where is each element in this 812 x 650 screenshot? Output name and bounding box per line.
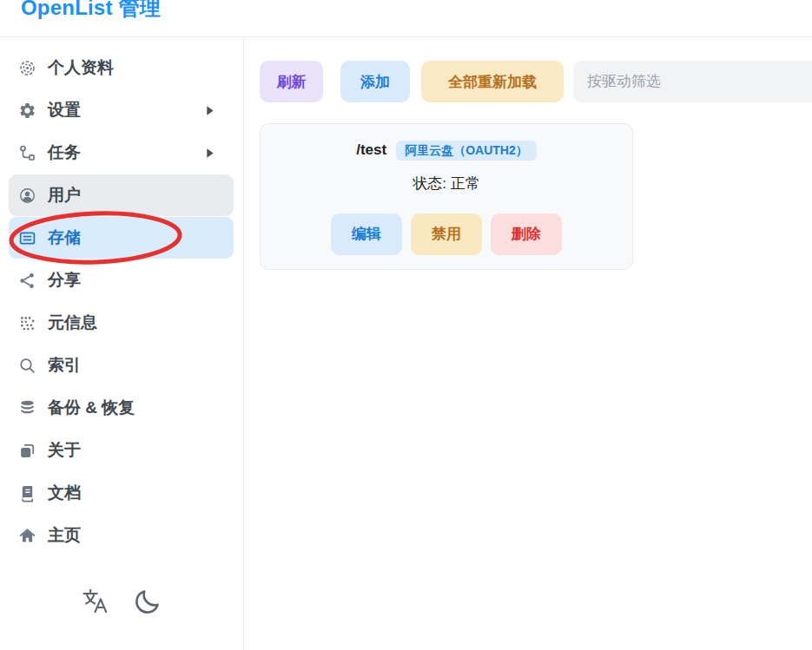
home-icon (17, 526, 37, 546)
search-icon (17, 356, 37, 376)
add-button[interactable]: 添加 (340, 61, 410, 102)
storage-card: /test 阿里云盘（OAUTH2） 状态: 正常 编辑 禁用 删除 (260, 123, 633, 270)
about-icon (17, 441, 37, 461)
mount-path: /test (356, 141, 386, 159)
storage-card-header: /test 阿里云盘（OAUTH2） (269, 141, 624, 161)
sidebar-item-label: 文档 (48, 482, 81, 504)
chevron-right-icon[interactable] (201, 145, 218, 161)
header: OpenList 管理 (0, 0, 812, 37)
storage-toolbar: 刷新 添加 全部重新加载 (260, 61, 812, 102)
share-icon (17, 271, 37, 291)
storage-icon (17, 228, 37, 248)
sidebar-item-label: 备份 & 恢复 (48, 397, 135, 419)
page-title: OpenList 管理 (21, 0, 161, 22)
sidebar-item-tasks[interactable]: 任务 (9, 132, 234, 174)
disable-button[interactable]: 禁用 (411, 213, 482, 255)
driver-badge: 阿里云盘（OAUTH2） (396, 141, 537, 161)
sidebar-item-label: 分享 (48, 269, 81, 292)
sidebar: 个人资料 设置 任务 (0, 37, 244, 650)
sidebar-item-metadata[interactable]: 元信息 (9, 302, 234, 344)
openlist-admin-page: OpenList 管理 个人资料 设置 (0, 0, 812, 650)
status-text: 状态: 正常 (269, 174, 624, 194)
storage-card-actions: 编辑 禁用 删除 (269, 213, 624, 255)
sidebar-item-settings[interactable]: 设置 (9, 89, 234, 131)
docs-icon (17, 483, 37, 503)
sidebar-item-users[interactable]: 用户 (9, 174, 234, 216)
chevron-right-icon[interactable] (201, 102, 218, 119)
driver-filter-input[interactable] (573, 61, 812, 102)
sidebar-item-label: 任务 (48, 141, 81, 164)
sidebar-item-label: 个人资料 (48, 56, 114, 79)
edit-button[interactable]: 编辑 (331, 213, 402, 255)
main-content: 刷新 添加 全部重新加载 /test 阿里云盘（OAUTH2） 状态: 正常 编… (244, 37, 812, 650)
sidebar-item-profile[interactable]: 个人资料 (9, 47, 234, 89)
sidebar-item-index[interactable]: 索引 (9, 345, 234, 386)
sidebar-item-about[interactable]: 关于 (9, 430, 234, 471)
user-icon (17, 186, 37, 206)
sidebar-item-label: 存储 (48, 227, 81, 249)
sidebar-item-backup[interactable]: 备份 & 恢复 (9, 387, 234, 429)
database-icon (17, 398, 37, 418)
sidebar-item-label: 元信息 (48, 312, 97, 334)
sidebar-item-label: 关于 (48, 439, 81, 462)
refresh-button[interactable]: 刷新 (260, 61, 323, 102)
sidebar-item-label: 用户 (48, 184, 81, 207)
fingerprint-icon (17, 58, 37, 78)
sidebar-item-label: 设置 (48, 99, 81, 121)
sidebar-item-storage[interactable]: 存储 (9, 217, 234, 259)
sidebar-item-share[interactable]: 分享 (9, 259, 234, 301)
tasks-icon (17, 143, 37, 163)
sidebar-footer (0, 586, 243, 617)
sidebar-item-docs[interactable]: 文档 (9, 472, 234, 514)
gear-icon (17, 101, 37, 121)
delete-button[interactable]: 删除 (491, 213, 562, 255)
reload-all-button[interactable]: 全部重新加载 (421, 61, 564, 102)
metadata-icon (17, 313, 37, 333)
sidebar-item-label: 主页 (48, 524, 81, 547)
sidebar-item-home[interactable]: 主页 (9, 515, 234, 556)
moon-icon[interactable] (132, 586, 163, 617)
translate-icon[interactable] (80, 586, 111, 617)
sidebar-item-label: 索引 (48, 354, 81, 377)
